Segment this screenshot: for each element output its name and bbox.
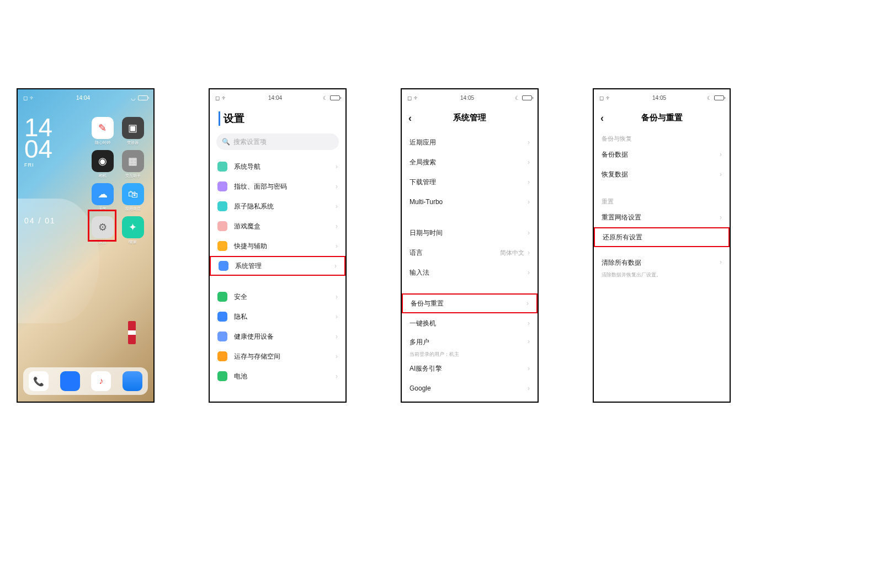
item-erase-all-data[interactable]: 清除所有数据›清除数据并恢复出厂设置。 xyxy=(594,254,730,279)
dock: 📞 ♪ xyxy=(23,367,148,395)
chevron-right-icon: › xyxy=(528,229,530,237)
chevron-right-icon: › xyxy=(336,222,338,230)
clock-minute: 04 xyxy=(24,138,52,160)
settings-item-storage[interactable]: 运存与存储空间› xyxy=(210,346,345,366)
status-time: 14:04 xyxy=(76,95,90,101)
app-cube[interactable]: ▣变形器 xyxy=(118,117,148,150)
status-bar: ◻ᯤ 14:04 ☾ xyxy=(210,93,345,103)
status-bar: ◻ᯤ 14:05 ☾ xyxy=(402,93,538,103)
item-backup-reset[interactable]: 备份与重置› xyxy=(402,293,538,313)
item-language[interactable]: 语言简体中文› xyxy=(402,243,538,263)
chevron-right-icon: › xyxy=(336,163,338,170)
chevron-right-icon: › xyxy=(528,269,530,276)
item-multiuser[interactable]: 多用户›当前登录的用户：机主 xyxy=(402,333,538,359)
chevron-right-icon: › xyxy=(334,262,337,270)
phone-system-management: ◻ᯤ 14:05 ☾ ‹ 系统管理 近期应用› 全局搜索› 下载管理› Mult… xyxy=(401,88,539,403)
section-reset: 重置 xyxy=(594,195,730,207)
chevron-right-icon: › xyxy=(528,249,530,256)
status-bar: ◻ᯤ 14:04 ◡ xyxy=(18,93,153,103)
chevron-right-icon: › xyxy=(336,333,338,340)
item-ai[interactable]: AI服务引擎› xyxy=(402,359,538,378)
status-time: 14:05 xyxy=(460,95,474,101)
phone-backup-reset: ◻ᯤ 14:05 ☾ ‹ 备份与重置 备份与恢复 备份数据› 恢复数据› 重置 … xyxy=(593,88,731,403)
wifi-icon: ᯤ xyxy=(30,95,35,101)
chevron-right-icon: › xyxy=(528,178,530,186)
app-box[interactable]: ▦交互助手 xyxy=(118,150,148,183)
chevron-right-icon: › xyxy=(336,293,338,301)
wallpaper: ◻ᯤ 14:04 ◡ 14 04 FRI 04 / 01 ✎随心时钟 ▣变形器 … xyxy=(18,89,153,402)
highlight-settings-app xyxy=(88,210,116,242)
app-camera[interactable]: ◉相机 xyxy=(87,150,118,183)
chevron-right-icon: › xyxy=(528,198,530,206)
item-downloads[interactable]: 下载管理› xyxy=(402,172,538,192)
item-datetime[interactable]: 日期与时间› xyxy=(402,223,538,243)
chevron-right-icon: › xyxy=(720,151,722,158)
item-migrate[interactable]: 一键换机› xyxy=(402,313,538,333)
chevron-right-icon: › xyxy=(528,338,530,345)
search-icon: 🔍 xyxy=(222,138,230,146)
moon-icon: ☾ xyxy=(707,95,712,101)
settings-item-quick[interactable]: 快捷与辅助› xyxy=(210,236,345,256)
chevron-right-icon: › xyxy=(528,365,530,372)
status-icon: ◻ xyxy=(599,95,604,101)
signal-icon: ◡ xyxy=(131,95,136,101)
status-time: 14:04 xyxy=(268,95,282,101)
chevron-right-icon: › xyxy=(336,352,338,360)
chevron-right-icon: › xyxy=(720,258,722,266)
battery-icon xyxy=(714,95,724,100)
battery-icon xyxy=(138,95,148,100)
status-icon: ◻ xyxy=(23,95,28,101)
settings-item-battery[interactable]: 电池› xyxy=(210,366,345,386)
settings-item-atom[interactable]: 原子隐私系统› xyxy=(210,196,345,216)
settings-item-security[interactable]: 安全› xyxy=(210,287,345,307)
section-backup-restore: 备份与恢复 xyxy=(594,132,730,145)
settings-item-system[interactable]: 系统管理› xyxy=(210,256,345,276)
item-input[interactable]: 输入法› xyxy=(402,263,538,282)
chevron-right-icon: › xyxy=(528,138,530,146)
clock-widget[interactable]: 14 04 FRI xyxy=(24,117,52,168)
chevron-right-icon: › xyxy=(336,202,338,210)
settings-item-fingerprint[interactable]: 指纹、面部与密码› xyxy=(210,177,345,196)
chevron-right-icon: › xyxy=(336,242,338,250)
app-calendar[interactable]: ✎随心时钟 xyxy=(87,117,118,150)
item-google[interactable]: Google› xyxy=(402,378,538,398)
settings-item-game[interactable]: 游戏魔盒› xyxy=(210,216,345,236)
lighthouse-decoration xyxy=(128,321,136,344)
chevron-right-icon: › xyxy=(336,183,338,190)
chevron-right-icon: › xyxy=(528,158,530,166)
status-bar: ◻ᯤ 14:05 ☾ xyxy=(594,93,730,103)
battery-icon xyxy=(522,95,532,100)
settings-item-health[interactable]: 健康使用设备› xyxy=(210,327,345,346)
wifi-icon: ᯤ xyxy=(606,95,611,101)
item-recent-apps[interactable]: 近期应用› xyxy=(402,132,538,152)
chevron-right-icon: › xyxy=(720,170,722,178)
settings-item-privacy[interactable]: 隐私› xyxy=(210,307,345,327)
page-title: 设置 xyxy=(219,111,244,126)
item-reset-network[interactable]: 重置网络设置› xyxy=(594,207,730,227)
item-backup-data[interactable]: 备份数据› xyxy=(594,145,730,164)
page-title: 系统管理 xyxy=(402,113,538,123)
chevron-right-icon: › xyxy=(528,319,530,327)
item-global-search[interactable]: 全局搜索› xyxy=(402,152,538,172)
search-input[interactable]: 🔍搜索设置项 xyxy=(216,133,339,150)
phone-settings: ◻ᯤ 14:04 ☾ 设置 🔍搜索设置项 系统导航› 指纹、面部与密码› 原子隐… xyxy=(209,88,347,403)
chevron-right-icon: › xyxy=(336,372,338,380)
moon-icon: ☾ xyxy=(515,95,520,101)
app-store[interactable]: 🛍应用商店 xyxy=(118,183,148,216)
chevron-right-icon: › xyxy=(336,313,338,320)
item-multiturbo[interactable]: Multi-Turbo› xyxy=(402,192,538,212)
date-widget[interactable]: 04 / 01 xyxy=(24,216,56,225)
chevron-right-icon: › xyxy=(720,213,722,221)
status-icon: ◻ xyxy=(407,95,412,101)
chevron-right-icon: › xyxy=(526,300,529,307)
app-search[interactable]: ✦i管家 xyxy=(118,216,148,249)
status-icon: ◻ xyxy=(215,95,220,101)
item-restore-data[interactable]: 恢复数据› xyxy=(594,164,730,184)
wifi-icon: ᯤ xyxy=(414,95,419,101)
item-reset-all-settings[interactable]: 还原所有设置 xyxy=(594,227,730,247)
settings-item-nav[interactable]: 系统导航› xyxy=(210,157,345,177)
phone-home-screen: ◻ᯤ 14:04 ◡ 14 04 FRI 04 / 01 ✎随心时钟 ▣变形器 … xyxy=(17,88,155,403)
moon-icon: ☾ xyxy=(323,95,328,101)
wifi-icon: ᯤ xyxy=(222,95,227,101)
chevron-right-icon: › xyxy=(528,384,530,392)
